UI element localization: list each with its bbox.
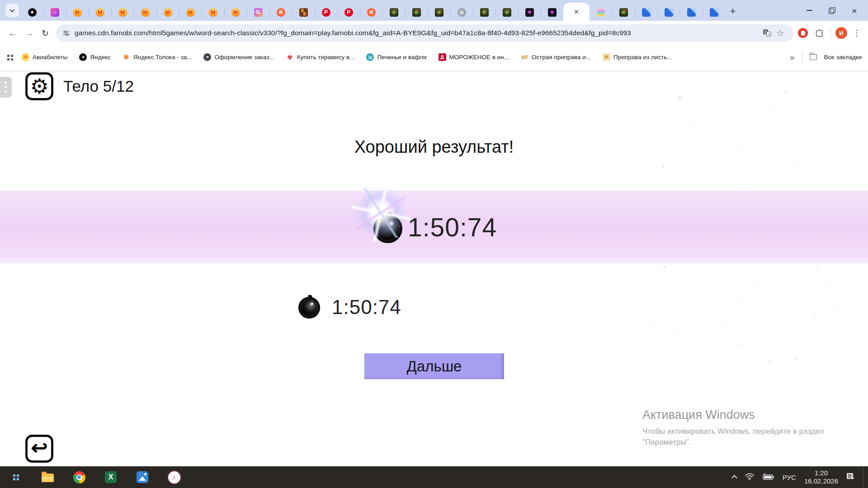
garden-favicon (619, 8, 628, 17)
settings-drawer-handle[interactable] (0, 77, 12, 98)
browser-tab-ya[interactable] (360, 4, 382, 21)
browser-tab-flame[interactable] (156, 4, 179, 21)
bookmark-label: Яндекс.Толока - за... (133, 54, 192, 61)
all-bookmarks-label[interactable]: Все закладки (824, 54, 862, 61)
translate-icon[interactable]: Ga (760, 26, 774, 40)
taskbar-excel[interactable] (95, 466, 127, 488)
browser-tab-pinterest[interactable] (315, 4, 337, 21)
browser-tab-blue[interactable] (680, 4, 703, 21)
bookmark-item[interactable]: Печенье и вафли (366, 53, 426, 61)
tab-strip (0, 0, 868, 21)
back-button[interactable] (5, 25, 21, 41)
forward-button[interactable] (21, 25, 37, 41)
ya-star-favicon (28, 8, 37, 17)
bookmark-star-icon[interactable] (774, 26, 787, 40)
browser-tab-flame[interactable] (202, 4, 224, 21)
bookmark-item[interactable]: Авиабилеты (22, 53, 67, 61)
browser-tab-blue[interactable] (635, 4, 657, 21)
new-tab-button[interactable] (726, 5, 740, 18)
tab-search-button[interactable] (5, 4, 19, 17)
ya-star-bookmark-icon (79, 53, 87, 61)
bookmark-item[interactable]: Оформление заказ... (203, 53, 274, 61)
music-icon (168, 471, 180, 483)
close-window-button[interactable] (850, 6, 859, 15)
taskbar: РУС 1:20 16.02.2026 (0, 466, 868, 488)
wifi-icon[interactable] (745, 473, 755, 482)
reload-button[interactable] (37, 25, 53, 41)
browser-tab-ozon[interactable] (43, 4, 66, 21)
address-bar[interactable]: games.cdn.famobi.com/html5games/w/word-s… (56, 24, 793, 42)
taskbar-file-explorer[interactable] (32, 466, 63, 488)
tray-chevron-icon[interactable] (731, 475, 737, 481)
apps-grid-icon[interactable] (6, 54, 14, 61)
url-text[interactable]: games.cdn.famobi.com/html5games/w/word-s… (75, 29, 760, 37)
browser-tab-globe[interactable] (450, 4, 473, 21)
blue-favicon (710, 8, 718, 17)
browser-tab-garden[interactable] (495, 4, 518, 21)
browser-tab-flame[interactable] (66, 4, 89, 21)
restore-button[interactable] (827, 6, 836, 15)
start-button[interactable] (0, 466, 32, 488)
ozon-favicon (51, 8, 59, 17)
settings-gear-icon[interactable] (25, 72, 53, 100)
browser-tab-garden[interactable] (405, 4, 428, 21)
profile-avatar[interactable]: И (835, 27, 847, 39)
gold-zh-bookmark-icon (603, 53, 610, 61)
browser-tab-garden[interactable] (612, 4, 635, 21)
bookmark-item[interactable]: МОРОЖЕНОЕ в ин... (439, 53, 509, 61)
bookmark-item[interactable]: Яндекс.Толока - за... (123, 53, 192, 61)
bookmarks-overflow-icon[interactable] (790, 52, 795, 62)
site-settings-icon[interactable] (62, 29, 70, 37)
browser-tab-blue[interactable] (657, 4, 680, 21)
browser-tab-flame[interactable] (224, 4, 247, 21)
browser-tab-garden[interactable] (382, 4, 405, 21)
browser-tab-flame[interactable] (89, 4, 111, 21)
watermark-line2: "Параметры". (642, 437, 824, 448)
close-tab-icon[interactable] (572, 8, 580, 16)
bookmark-item[interactable]: Купить тирамису в... (286, 53, 355, 61)
extensions-puzzle-icon[interactable] (812, 26, 826, 40)
minimize-button[interactable] (805, 6, 814, 15)
show-desktop-button[interactable] (863, 466, 865, 488)
return-button[interactable] (25, 435, 53, 463)
taskbar-apps (0, 466, 190, 488)
browser-tab-game[interactable] (292, 4, 315, 21)
browser-tab-heart[interactable] (541, 4, 563, 21)
browser-tab-wordsearch[interactable] (590, 4, 612, 21)
sun-bookmark-icon (123, 53, 130, 61)
svg-text:a: a (768, 32, 770, 36)
system-tray: РУС 1:20 16.02.2026 (732, 466, 868, 488)
browser-tab-flame[interactable] (179, 4, 202, 21)
taskbar-clock[interactable]: 1:20 16.02.2026 (804, 469, 838, 485)
bookmark-item[interactable]: Приправа из листь... (603, 53, 672, 61)
browser-tab-ya-star[interactable] (21, 4, 43, 21)
browser-tab-lens[interactable] (247, 4, 269, 21)
taskbar-chrome[interactable] (63, 466, 95, 488)
browser-tab-garden[interactable] (473, 4, 495, 21)
sparkle-particles (0, 71, 868, 466)
clock-date: 16.02.2026 (804, 477, 838, 485)
taskbar-photos[interactable] (127, 466, 158, 488)
browser-tab-pinterest[interactable] (337, 4, 360, 21)
battery-icon[interactable] (763, 473, 774, 482)
adblock-extension-icon[interactable] (798, 28, 808, 38)
browser-tab-flame[interactable] (134, 4, 156, 21)
browser-menu-icon[interactable] (852, 27, 862, 39)
watermark-title: Активация Windows (642, 408, 824, 422)
windows-logo-icon (13, 474, 15, 477)
browser-tab-heart[interactable] (518, 4, 541, 21)
browser-tab-flame[interactable] (111, 4, 134, 21)
flame-favicon (73, 8, 82, 17)
action-center-icon[interactable] (846, 473, 855, 482)
bookmark-item[interactable]: Яндекс (79, 53, 110, 61)
browser-tab-active[interactable] (563, 3, 590, 21)
bookmark-item[interactable]: Острая приправа и... (521, 53, 591, 61)
bookmark-label: Купить тирамису в... (297, 54, 355, 61)
language-indicator[interactable]: РУС (783, 474, 796, 481)
browser-tab-garden[interactable] (428, 4, 450, 21)
next-button[interactable]: Дальше (364, 353, 504, 379)
browser-tab-ya[interactable] (269, 4, 292, 21)
browser-tab-blue[interactable] (703, 4, 725, 21)
blue-favicon (687, 8, 696, 17)
taskbar-music[interactable] (158, 466, 190, 488)
